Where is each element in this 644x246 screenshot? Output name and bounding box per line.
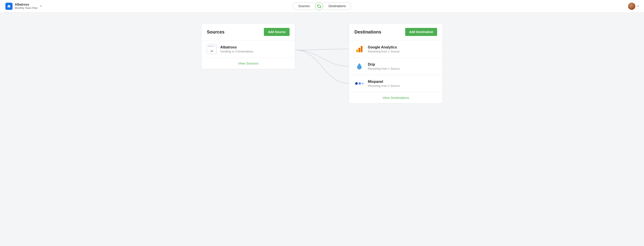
main-content: Sources Add Source JS Albatross Sending … xyxy=(0,12,644,246)
destinations-title: Destinations xyxy=(354,29,381,35)
brand-logo[interactable]: Albatross Monthly Team Plan ▾ xyxy=(5,3,41,10)
view-sources-link-container: View Sources xyxy=(202,58,295,69)
sources-nav-button[interactable]: Sources xyxy=(293,2,315,10)
sources-title: Sources xyxy=(207,29,224,35)
destination-item-drip[interactable]: Drip Receiving from 1 Source xyxy=(349,58,442,75)
destination-item-google-analytics[interactable]: Google Analytics Receiving from 1 Source xyxy=(349,40,442,58)
ga-svg xyxy=(355,45,363,53)
drip-info: Drip Receiving from 1 Source xyxy=(368,63,400,70)
brand-chevron-icon[interactable]: ▾ xyxy=(40,5,41,7)
destinations-nav-button[interactable]: Destinations xyxy=(323,2,351,10)
brand-name: Albatross xyxy=(15,3,38,6)
main-nav: Sources Destinations xyxy=(293,2,351,10)
sync-icon[interactable] xyxy=(315,2,323,10)
source-info: Albatross Sending to 3 Destinations xyxy=(220,45,253,53)
brand-text: Albatross Monthly Team Plan xyxy=(15,3,38,9)
add-source-button[interactable]: Add Source xyxy=(264,28,290,36)
drip-name: Drip xyxy=(368,63,400,67)
destination-item-mixpanel[interactable]: Mixpanel Receiving from 1 Source xyxy=(349,75,442,92)
mixpanel-info: Mixpanel Receiving from 1 Source xyxy=(368,80,400,88)
view-sources-link[interactable]: View Sources xyxy=(238,61,258,65)
drip-icon xyxy=(354,61,364,71)
source-description: Sending to 3 Destinations xyxy=(220,50,253,53)
source-item-albatross[interactable]: JS Albatross Sending to 3 Destinations xyxy=(202,40,295,58)
app-header: Albatross Monthly Team Plan ▾ Sources De… xyxy=(0,0,644,12)
svg-rect-2 xyxy=(361,46,362,52)
avatar-chevron-icon[interactable]: ▾ xyxy=(638,5,639,7)
mixpanel-description: Receiving from 1 Source xyxy=(368,84,400,88)
drip-description: Receiving from 1 Source xyxy=(368,67,400,70)
mixpanel-dots xyxy=(355,82,364,85)
destinations-card-header: Destinations Add Destination xyxy=(349,23,442,40)
ga-description: Receiving from 1 Source xyxy=(368,50,400,53)
google-analytics-info: Google Analytics Receiving from 1 Source xyxy=(368,45,400,53)
destinations-card: Destinations Add Destination Google Anal… xyxy=(349,23,443,104)
svg-rect-0 xyxy=(356,50,358,52)
mixpanel-dot-1 xyxy=(355,82,358,85)
mixpanel-dot-2 xyxy=(359,82,361,85)
js-source-icon: JS xyxy=(207,44,217,54)
view-destinations-link[interactable]: View Destinations xyxy=(382,96,409,100)
avatar-image xyxy=(628,3,635,10)
mixpanel-name: Mixpanel xyxy=(368,80,400,84)
google-analytics-icon xyxy=(354,44,364,54)
mixpanel-dot-3 xyxy=(362,83,364,84)
ga-name: Google Analytics xyxy=(368,45,400,49)
svg-rect-1 xyxy=(358,48,360,52)
brand-plan: Monthly Team Plan xyxy=(15,6,38,9)
source-name: Albatross xyxy=(220,45,253,49)
sync-svg xyxy=(317,4,321,8)
house-svg xyxy=(7,4,11,8)
add-destination-button[interactable]: Add Destination xyxy=(405,28,437,36)
sources-card: Sources Add Source JS Albatross Sending … xyxy=(201,23,295,69)
drip-svg xyxy=(355,62,363,70)
header-right: ▾ xyxy=(628,3,639,10)
sources-card-header: Sources Add Source xyxy=(202,23,295,40)
mixpanel-icon xyxy=(354,79,364,88)
view-destinations-link-container: View Destinations xyxy=(349,92,442,103)
home-icon xyxy=(5,3,12,10)
avatar[interactable] xyxy=(628,3,635,10)
connection-lines-svg xyxy=(0,12,644,246)
